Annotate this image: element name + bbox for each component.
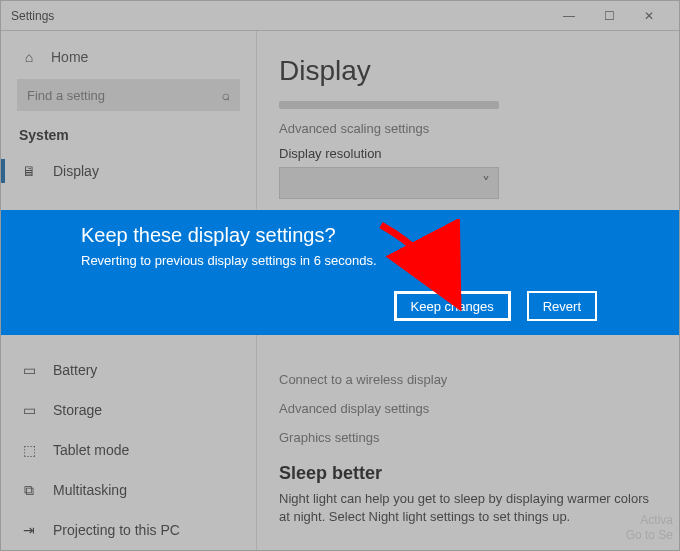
sidebar-item-label: Display <box>53 163 99 179</box>
chevron-down-icon: ˅ <box>482 174 490 193</box>
minimize-button[interactable]: — <box>549 2 589 30</box>
tablet-icon: ⬚ <box>21 442 37 458</box>
search-input[interactable] <box>17 79 240 111</box>
sidebar-item-label: Battery <box>53 362 97 378</box>
keep-changes-button[interactable]: Keep changes <box>394 291 511 321</box>
dialog-title: Keep these display settings? <box>81 224 599 247</box>
sidebar-item-battery[interactable]: ▭ Battery <box>1 350 256 390</box>
sidebar-item-storage[interactable]: ▭ Storage <box>1 390 256 430</box>
battery-icon: ▭ <box>21 362 37 378</box>
sidebar-item-label: Tablet mode <box>53 442 129 458</box>
dialog-countdown: 6 <box>314 253 321 268</box>
projecting-icon: ⇥ <box>21 522 37 538</box>
home-label: Home <box>51 49 88 65</box>
multitasking-icon: ⧉ <box>21 482 37 498</box>
brightness-slider-placeholder[interactable] <box>279 101 499 109</box>
window-title: Settings <box>11 9 54 23</box>
dialog-msg-prefix: Reverting to previous display settings i… <box>81 253 314 268</box>
dialog-message: Reverting to previous display settings i… <box>81 253 599 268</box>
link-graphics[interactable]: Graphics settings <box>279 430 659 445</box>
close-button[interactable]: ✕ <box>629 2 669 30</box>
label-resolution: Display resolution <box>279 146 659 161</box>
home-link[interactable]: ⌂ Home <box>1 41 256 73</box>
storage-icon: ▭ <box>21 402 37 418</box>
titlebar: Settings — ☐ ✕ <box>1 1 679 31</box>
category-header: System <box>1 121 256 151</box>
page-title: Display <box>279 55 659 87</box>
sidebar-item-projecting[interactable]: ⇥ Projecting to this PC <box>1 510 256 550</box>
home-icon: ⌂ <box>21 49 37 65</box>
display-icon: 🖥 <box>21 163 37 179</box>
sidebar-item-multitasking[interactable]: ⧉ Multitasking <box>1 470 256 510</box>
revert-button[interactable]: Revert <box>527 291 597 321</box>
sleep-heading: Sleep better <box>279 463 659 484</box>
sidebar-item-label: Projecting to this PC <box>53 522 180 538</box>
link-adv-scaling[interactable]: Advanced scaling settings <box>279 121 659 136</box>
link-adv-display[interactable]: Advanced display settings <box>279 401 659 416</box>
sidebar-item-label: Multitasking <box>53 482 127 498</box>
confirm-dialog: Keep these display settings? Reverting t… <box>1 210 679 335</box>
link-connect-wireless[interactable]: Connect to a wireless display <box>279 372 659 387</box>
sleep-body: Night light can help you get to sleep by… <box>279 490 659 526</box>
search-icon: ⌕ <box>222 87 230 103</box>
dialog-msg-suffix: seconds. <box>325 253 377 268</box>
maximize-button[interactable]: ☐ <box>589 2 629 30</box>
sidebar-item-tablet-mode[interactable]: ⬚ Tablet mode <box>1 430 256 470</box>
dropdown-resolution[interactable]: ˅ <box>279 167 499 199</box>
sidebar-item-label: Storage <box>53 402 102 418</box>
sidebar-item-display[interactable]: 🖥 Display <box>1 151 256 191</box>
